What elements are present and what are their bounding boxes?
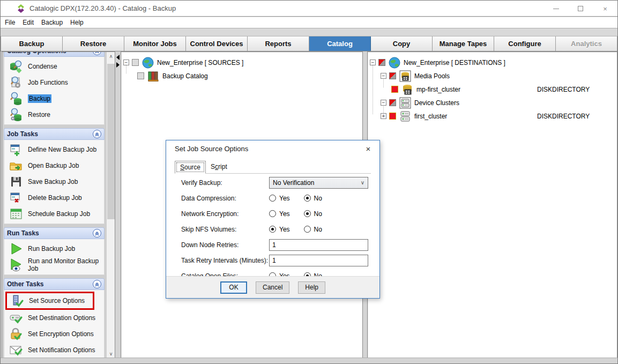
maximize-button[interactable] [568, 1, 593, 17]
verify-backup-select[interactable]: No Verification ∨ [269, 177, 368, 189]
tab-monitor-jobs[interactable]: Monitor Jobs [124, 36, 186, 51]
dialog-tab-source[interactable]: Source [175, 161, 206, 174]
tab-reports[interactable]: Reports [248, 36, 309, 51]
data-compression-yes-radio[interactable] [269, 195, 276, 202]
sidebar-item-schedule-backup-job[interactable]: Schedule Backup Job [4, 206, 104, 222]
checkbox-unchecked[interactable] [132, 59, 139, 66]
minimize-button[interactable] [543, 1, 568, 17]
collapse-box-icon[interactable]: − [381, 100, 386, 106]
collapse-chevron-icon[interactable] [93, 280, 101, 288]
title-bar: Catalogic DPX(172.20.3.40) - Catalog - B… [1, 1, 617, 17]
section-header-run-tasks[interactable]: Run Tasks [4, 227, 105, 239]
tab-backup[interactable]: Backup [1, 36, 63, 51]
menu-help[interactable]: Help [70, 19, 84, 26]
skip-nfs-volumes-no-radio[interactable] [304, 226, 311, 233]
cancel-button[interactable]: Cancel [256, 281, 289, 294]
tree-label[interactable]: Device Clusters [414, 99, 459, 107]
tab-catalog[interactable]: Catalog [309, 36, 371, 51]
help-button[interactable]: Help [298, 281, 325, 294]
sidebar-item-backup[interactable]: Backup [4, 91, 104, 107]
job-functions-icon [9, 76, 23, 90]
dialog-close-icon[interactable]: × [357, 140, 379, 157]
sidebar-item-job-functions[interactable]: Job Functions [4, 75, 104, 91]
checkbox-unchecked[interactable] [137, 72, 144, 79]
tree-label[interactable]: New_Enterprise [ SOURCES ] [157, 59, 243, 66]
tree-label[interactable]: Media Pools [414, 72, 450, 80]
dialog-tab-script[interactable]: Script [206, 161, 232, 174]
collapse-chevron-icon[interactable] [93, 130, 101, 138]
section-header-catalog-operations[interactable]: Catalog Operations [4, 52, 105, 57]
tree-label[interactable]: mp-first_cluster [416, 86, 460, 93]
data-compression-no-radio[interactable] [304, 195, 311, 202]
task-retry-intervals-input[interactable] [269, 255, 368, 266]
tab-configure[interactable]: Configure [494, 36, 556, 51]
expand-box-icon[interactable]: + [381, 113, 386, 119]
tab-manage-tapes[interactable]: Manage Tapes [433, 36, 494, 51]
scroll-up-icon[interactable]: ∧ [107, 52, 115, 61]
checkbox-checked-red[interactable] [391, 86, 398, 93]
menu-edit[interactable]: Edit [23, 19, 34, 26]
tree-label[interactable]: first_cluster [414, 113, 447, 120]
tree-row-destinations-root[interactable]: − New_Enterprise [ DESTINATIONS ] [368, 56, 617, 69]
media-pools-icon [399, 70, 412, 83]
checkbox-partial[interactable] [378, 59, 385, 66]
tree-row-backup-catalog[interactable]: Backup Catalog [121, 69, 362, 83]
section-header-other-tasks[interactable]: Other Tasks [4, 278, 105, 290]
define-new-backup-job-icon [9, 143, 23, 157]
tree-row-first-cluster[interactable]: + first_cluster DISKDIRECTORY [368, 109, 617, 123]
field-verify-backup: Verify Backup: No Verification ∨ [166, 175, 379, 190]
checkbox-checked-red[interactable] [389, 113, 396, 120]
catalogic-logo-icon [17, 4, 25, 13]
down-node-retries-input[interactable] [269, 239, 368, 251]
sidebar-item-set-destination-options[interactable]: Set Destination Options [4, 310, 104, 326]
skip-nfs-volumes-yes-radio[interactable] [269, 226, 276, 233]
sidebar-item-condense[interactable]: Condense [4, 58, 104, 75]
sidebar-item-set-encryption-options[interactable]: Set Encryption Options [4, 326, 104, 342]
checkbox-partial[interactable] [389, 72, 396, 79]
collapse-chevron-icon[interactable] [93, 52, 101, 55]
tab-copy[interactable]: Copy [371, 36, 433, 51]
tree-row-device-clusters[interactable]: − Device Clusters [368, 96, 617, 109]
tree-row-sources-root[interactable]: − New_Enterprise [ SOURCES ] [121, 56, 362, 69]
task-sidebar: Catalog Operations Condense Job Function… [2, 51, 115, 359]
collapse-left-icon[interactable] [116, 55, 120, 60]
collapse-box-icon[interactable]: − [370, 60, 376, 65]
tree-row-mp-first-cluster[interactable]: mp-first_cluster DISKDIRECTORY [368, 83, 617, 96]
sidebar-item-run-and-monitor-backup-job[interactable]: Run and Monitor Backup Job [4, 257, 104, 273]
sidebar-item-delete-backup-job[interactable]: Delete Backup Job [4, 190, 104, 206]
radio-label: Yes [279, 210, 290, 218]
collapse-box-icon[interactable]: − [123, 60, 129, 65]
sidebar-item-define-new-backup-job[interactable]: Define New Backup Job [4, 142, 104, 158]
section-header-job-tasks[interactable]: Job Tasks [4, 128, 105, 140]
sidebar-item-save-backup-job[interactable]: Save Backup Job [4, 174, 104, 190]
menu-file[interactable]: File [5, 19, 15, 26]
sidebar-scrollbar[interactable]: ∧ ∨ [106, 52, 115, 358]
field-label: Down Node Retries: [181, 241, 239, 249]
tree-row-media-pools[interactable]: − Media Pools [368, 69, 617, 83]
sidebar-item-open-backup-job[interactable]: Open Backup Job [4, 158, 104, 174]
scrollbar-thumb[interactable] [107, 64, 115, 219]
tab-control-devices[interactable]: Control Devices [186, 36, 248, 51]
sidebar-item-restore[interactable]: Restore [4, 107, 104, 123]
field-label: Verify Backup: [181, 179, 222, 187]
scroll-down-icon[interactable]: ∨ [107, 350, 115, 358]
checkbox-partial[interactable] [389, 99, 396, 106]
app-window: Catalogic DPX(172.20.3.40) - Catalog - B… [0, 0, 618, 364]
collapse-right-icon[interactable] [116, 62, 120, 68]
collapse-chevron-icon[interactable] [93, 229, 101, 237]
ok-button[interactable]: OK [220, 281, 247, 294]
collapse-box-icon[interactable]: − [381, 73, 386, 79]
panel-splitter[interactable] [116, 51, 120, 359]
condense-icon [9, 60, 23, 73]
network-encryption-no-radio[interactable] [304, 210, 311, 217]
tree-label[interactable]: Backup Catalog [162, 72, 208, 80]
sidebar-item-set-source-options[interactable]: Set Source Options [5, 292, 94, 310]
network-encryption-yes-radio[interactable] [269, 210, 276, 217]
tab-analytics: Analytics [556, 36, 617, 51]
close-button[interactable]: × [593, 1, 617, 17]
sidebar-item-run-backup-job[interactable]: Run Backup Job [4, 241, 104, 257]
tree-label[interactable]: New_Enterprise [ DESTINATIONS ] [404, 59, 505, 66]
menu-backup[interactable]: Backup [41, 19, 63, 26]
tab-restore[interactable]: Restore [63, 36, 124, 51]
sidebar-item-set-notification-options[interactable]: Set Notification Options [4, 342, 104, 358]
